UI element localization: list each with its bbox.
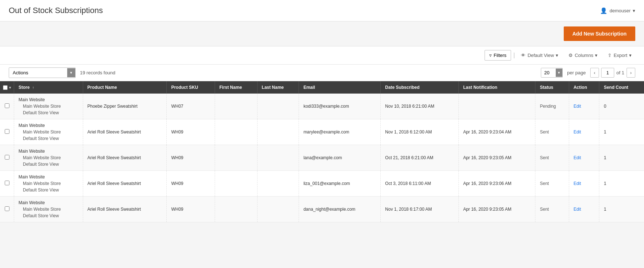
th-status: Status (535, 81, 569, 94)
row-email: lana@example.com (299, 145, 381, 171)
store-sub2: Default Store View (19, 135, 78, 142)
row-email: marylee@example.com (299, 119, 381, 145)
page-header: Out of Stock Subscriptions 👤 demouser ▾ (0, 0, 644, 21)
row-action[interactable]: Edit (569, 94, 599, 119)
row-send-count: 1 (599, 197, 644, 222)
export-icon: ⇧ (608, 53, 612, 58)
row-product-sku: WH07 (167, 94, 215, 119)
row-checkbox[interactable] (5, 103, 9, 108)
row-send-count: 0 (599, 94, 644, 119)
store-sub2: Default Store View (19, 187, 78, 193)
row-product-name: Ariel Roll Sleeve Sweatshirt (83, 145, 167, 171)
user-menu[interactable]: 👤 demouser ▾ (600, 7, 635, 14)
user-icon: 👤 (600, 7, 607, 14)
edit-link[interactable]: Edit (574, 104, 581, 109)
row-action[interactable]: Edit (569, 145, 599, 171)
row-date-subscribed: Oct 21, 2018 6:21:00 AM (381, 145, 459, 171)
records-count: 19 records found (80, 70, 116, 75)
row-last-notification: Apr 16, 2020 9:23:05 AM (459, 197, 535, 222)
store-sub2: Default Store View (19, 161, 78, 168)
pagination-right: 20 ▾ per page ‹ of 1 › (541, 68, 635, 78)
row-email: kodi333@example.com (299, 94, 381, 119)
export-button[interactable]: ⇧ Export ▾ (604, 50, 635, 60)
filters-label: Filters (494, 53, 506, 58)
row-action[interactable]: Edit (569, 171, 599, 197)
row-last-name (257, 171, 299, 197)
row-checkbox[interactable] (5, 129, 9, 134)
username: demouser (609, 8, 631, 13)
store-sub1: Main Website Store (19, 103, 78, 110)
store-sub2: Default Store View (19, 110, 78, 116)
row-last-name (257, 119, 299, 145)
subscriptions-table: ▾ Store ↑ Product Name Product SKU First… (0, 81, 644, 222)
per-page-select[interactable]: 20 (541, 68, 556, 77)
row-send-count: 1 (599, 145, 644, 171)
next-page-button[interactable]: › (627, 68, 635, 78)
row-first-name (215, 94, 258, 119)
row-product-name: Ariel Roll Sleeve Sweatshirt (83, 119, 167, 145)
row-action[interactable]: Edit (569, 197, 599, 222)
per-page-wrapper: 20 ▾ (541, 68, 563, 78)
table-row: Main Website Main Website Store Default … (0, 145, 644, 171)
default-view-button[interactable]: 👁 Default View ▾ (517, 50, 562, 60)
actions-left: Actions ▾ 19 records found (9, 67, 116, 78)
row-status: Sent (535, 145, 569, 171)
columns-button[interactable]: ⚙ Columns ▾ (565, 50, 601, 60)
row-checkbox[interactable] (5, 206, 9, 211)
store-sub1: Main Website Store (19, 206, 78, 213)
table-row: Main Website Main Website Store Default … (0, 119, 644, 145)
store-sub1: Main Website Store (19, 129, 78, 135)
row-action[interactable]: Edit (569, 119, 599, 145)
row-checkbox-td (0, 197, 14, 222)
prev-page-button[interactable]: ‹ (590, 68, 599, 78)
edit-link[interactable]: Edit (574, 129, 581, 135)
row-product-name: Ariel Roll Sleeve Sweatshirt (83, 197, 167, 222)
table-row: Main Website Main Website Store Default … (0, 94, 644, 119)
row-status: Sent (535, 197, 569, 222)
row-first-name (215, 119, 258, 145)
eye-icon: 👁 (521, 53, 526, 58)
th-product-sku: Product SKU (167, 81, 215, 94)
row-product-sku: WH09 (167, 145, 215, 171)
sort-store-icon[interactable]: ↑ (32, 86, 34, 90)
th-store: Store ↑ (14, 81, 83, 94)
edit-link[interactable]: Edit (574, 181, 581, 186)
row-checkbox[interactable] (5, 181, 9, 185)
row-checkbox[interactable] (5, 155, 9, 160)
edit-link[interactable]: Edit (574, 155, 581, 160)
export-label: Export (613, 53, 627, 58)
row-last-name (257, 197, 299, 222)
page-number-input[interactable] (601, 68, 614, 78)
row-product-sku: WH09 (167, 119, 215, 145)
th-send-count: Send Count (599, 81, 644, 94)
export-dropdown-icon: ▾ (629, 53, 632, 58)
row-product-sku: WH09 (167, 197, 215, 222)
row-date-subscribed: Nov 10, 2018 6:21:00 AM (381, 94, 459, 119)
row-send-count: 1 (599, 171, 644, 197)
add-subscription-button[interactable]: Add New Subscription (564, 26, 635, 41)
row-store: Main Website Main Website Store Default … (14, 145, 83, 171)
row-store: Main Website Main Website Store Default … (14, 197, 83, 222)
store-sub2: Default Store View (19, 213, 78, 219)
store-main: Main Website (19, 199, 78, 206)
row-checkbox-td (0, 119, 14, 145)
th-action: Action (569, 81, 599, 94)
filters-button[interactable]: ▿ Filters (485, 50, 511, 61)
row-store: Main Website Main Website Store Default … (14, 119, 83, 145)
row-last-notification: Apr 16, 2020 9:23:06 AM (459, 171, 535, 197)
row-last-name (257, 145, 299, 171)
edit-link[interactable]: Edit (574, 207, 581, 212)
row-status: Sent (535, 171, 569, 197)
view-dropdown-icon: ▾ (556, 53, 558, 58)
table-header-row: ▾ Store ↑ Product Name Product SKU First… (0, 81, 644, 94)
row-checkbox-td (0, 145, 14, 171)
actions-dropdown-arrow[interactable]: ▾ (67, 68, 75, 77)
sort-th-arrow: ▾ (9, 86, 11, 90)
store-sub1: Main Website Store (19, 180, 78, 187)
row-last-notification (459, 94, 535, 119)
row-email: liza_001@example.com (299, 171, 381, 197)
select-all-checkbox[interactable] (3, 85, 8, 90)
actions-select[interactable]: Actions (9, 68, 67, 78)
th-last-name: Last Name (257, 81, 299, 94)
per-page-arrow[interactable]: ▾ (556, 69, 562, 77)
